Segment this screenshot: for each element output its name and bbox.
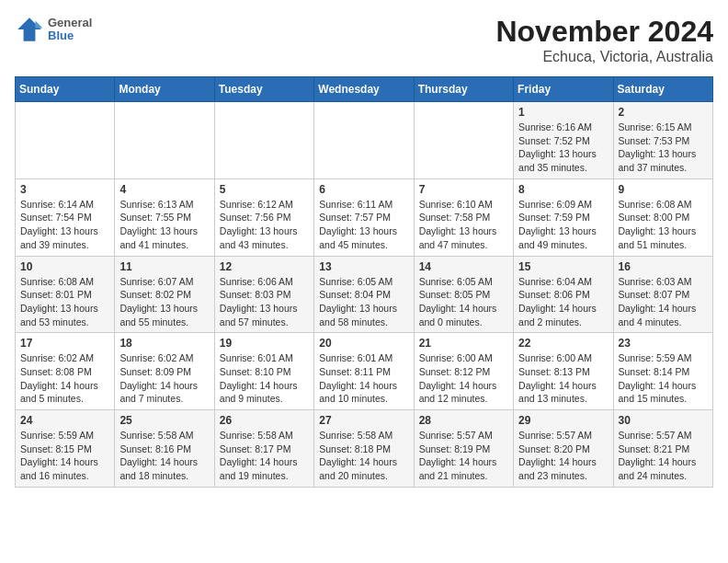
day-info: Sunrise: 6:11 AM Sunset: 7:57 PM Dayligh…	[319, 198, 408, 252]
calendar-cell	[16, 102, 115, 179]
day-number: 23	[619, 337, 708, 350]
calendar-cell: 15Sunrise: 6:04 AM Sunset: 8:06 PM Dayli…	[514, 256, 613, 333]
day-number: 10	[20, 260, 109, 273]
day-info: Sunrise: 6:08 AM Sunset: 8:00 PM Dayligh…	[619, 198, 708, 252]
calendar-cell: 27Sunrise: 5:58 AM Sunset: 8:18 PM Dayli…	[314, 410, 414, 488]
weekday-header: Wednesday	[314, 77, 414, 102]
calendar-cell: 8Sunrise: 6:09 AM Sunset: 7:59 PM Daylig…	[514, 178, 613, 256]
calendar-cell: 13Sunrise: 6:05 AM Sunset: 8:04 PM Dayli…	[314, 256, 414, 333]
calendar-cell: 4Sunrise: 6:13 AM Sunset: 7:55 PM Daylig…	[115, 178, 214, 256]
day-number: 19	[220, 337, 309, 350]
calendar-cell: 25Sunrise: 5:58 AM Sunset: 8:16 PM Dayli…	[115, 410, 214, 488]
day-number: 4	[119, 183, 209, 196]
weekday-header: Sunday	[16, 77, 115, 102]
day-number: 27	[319, 414, 408, 427]
day-info: Sunrise: 6:04 AM Sunset: 8:06 PM Dayligh…	[518, 275, 608, 329]
weekday-header: Thursday	[414, 77, 513, 102]
day-info: Sunrise: 5:58 AM Sunset: 8:16 PM Dayligh…	[119, 429, 209, 483]
logo-blue: Blue	[48, 29, 92, 42]
day-number: 21	[419, 337, 508, 350]
calendar-header-row: SundayMondayTuesdayWednesdayThursdayFrid…	[16, 77, 713, 102]
calendar-cell: 12Sunrise: 6:06 AM Sunset: 8:03 PM Dayli…	[214, 256, 313, 333]
calendar-cell: 24Sunrise: 5:59 AM Sunset: 8:15 PM Dayli…	[16, 410, 115, 488]
calendar-cell: 20Sunrise: 6:01 AM Sunset: 8:11 PM Dayli…	[314, 333, 414, 410]
calendar-cell: 30Sunrise: 5:57 AM Sunset: 8:21 PM Dayli…	[613, 410, 712, 488]
weekday-header: Monday	[115, 77, 214, 102]
day-info: Sunrise: 6:03 AM Sunset: 8:07 PM Dayligh…	[619, 275, 708, 329]
day-info: Sunrise: 6:12 AM Sunset: 7:56 PM Dayligh…	[220, 198, 309, 252]
calendar-cell	[314, 102, 414, 179]
calendar-week-row: 3Sunrise: 6:14 AM Sunset: 7:54 PM Daylig…	[16, 178, 713, 256]
calendar-cell: 17Sunrise: 6:02 AM Sunset: 8:08 PM Dayli…	[16, 333, 115, 410]
day-number: 18	[119, 337, 209, 350]
title-block: November 2024 Echuca, Victoria, Australi…	[495, 15, 713, 65]
day-info: Sunrise: 6:05 AM Sunset: 8:05 PM Dayligh…	[419, 275, 508, 329]
calendar-cell: 9Sunrise: 6:08 AM Sunset: 8:00 PM Daylig…	[613, 178, 712, 256]
day-number: 22	[518, 337, 608, 350]
day-number: 17	[20, 337, 109, 350]
page-header: General Blue November 2024 Echuca, Victo…	[15, 15, 713, 65]
day-number: 11	[119, 260, 209, 273]
day-info: Sunrise: 6:00 AM Sunset: 8:12 PM Dayligh…	[419, 351, 508, 406]
day-info: Sunrise: 6:05 AM Sunset: 8:04 PM Dayligh…	[319, 275, 408, 329]
day-number: 13	[319, 260, 408, 273]
day-info: Sunrise: 5:59 AM Sunset: 8:15 PM Dayligh…	[20, 429, 109, 483]
calendar-cell: 19Sunrise: 6:01 AM Sunset: 8:10 PM Dayli…	[214, 333, 313, 410]
day-number: 29	[518, 414, 608, 427]
day-number: 9	[619, 183, 708, 196]
day-number: 15	[518, 260, 608, 273]
calendar-cell: 5Sunrise: 6:12 AM Sunset: 7:56 PM Daylig…	[214, 178, 313, 256]
day-info: Sunrise: 6:06 AM Sunset: 8:03 PM Dayligh…	[220, 275, 309, 329]
calendar-week-row: 17Sunrise: 6:02 AM Sunset: 8:08 PM Dayli…	[16, 333, 713, 410]
calendar-cell: 6Sunrise: 6:11 AM Sunset: 7:57 PM Daylig…	[314, 178, 414, 256]
day-info: Sunrise: 6:08 AM Sunset: 8:01 PM Dayligh…	[20, 275, 109, 329]
day-number: 24	[20, 414, 109, 427]
day-number: 25	[119, 414, 209, 427]
day-info: Sunrise: 6:01 AM Sunset: 8:11 PM Dayligh…	[319, 351, 408, 406]
svg-marker-1	[35, 20, 42, 28]
day-info: Sunrise: 6:16 AM Sunset: 7:52 PM Dayligh…	[518, 121, 608, 175]
day-info: Sunrise: 6:02 AM Sunset: 8:08 PM Dayligh…	[20, 351, 109, 406]
day-info: Sunrise: 5:59 AM Sunset: 8:14 PM Dayligh…	[619, 351, 708, 406]
day-number: 20	[319, 337, 408, 350]
day-info: Sunrise: 6:15 AM Sunset: 7:53 PM Dayligh…	[619, 121, 708, 175]
calendar-cell: 23Sunrise: 5:59 AM Sunset: 8:14 PM Dayli…	[613, 333, 712, 410]
calendar-cell: 28Sunrise: 5:57 AM Sunset: 8:19 PM Dayli…	[414, 410, 513, 488]
calendar-cell: 18Sunrise: 6:02 AM Sunset: 8:09 PM Dayli…	[115, 333, 214, 410]
calendar-week-row: 24Sunrise: 5:59 AM Sunset: 8:15 PM Dayli…	[16, 410, 713, 488]
calendar-cell: 10Sunrise: 6:08 AM Sunset: 8:01 PM Dayli…	[16, 256, 115, 333]
day-number: 5	[220, 183, 309, 196]
day-number: 3	[20, 183, 109, 196]
day-number: 6	[319, 183, 408, 196]
day-number: 14	[419, 260, 508, 273]
page-title: November 2024	[495, 15, 713, 49]
day-number: 2	[619, 106, 708, 119]
weekday-header: Tuesday	[214, 77, 313, 102]
calendar-week-row: 1Sunrise: 6:16 AM Sunset: 7:52 PM Daylig…	[16, 102, 713, 179]
logo-general: General	[48, 17, 92, 29]
day-info: Sunrise: 6:14 AM Sunset: 7:54 PM Dayligh…	[20, 198, 109, 252]
calendar-cell: 11Sunrise: 6:07 AM Sunset: 8:02 PM Dayli…	[115, 256, 214, 333]
day-number: 26	[220, 414, 309, 427]
day-info: Sunrise: 5:57 AM Sunset: 8:21 PM Dayligh…	[619, 429, 708, 483]
day-info: Sunrise: 6:07 AM Sunset: 8:02 PM Dayligh…	[119, 275, 209, 329]
calendar-cell: 14Sunrise: 6:05 AM Sunset: 8:05 PM Dayli…	[414, 256, 513, 333]
calendar-cell: 1Sunrise: 6:16 AM Sunset: 7:52 PM Daylig…	[514, 102, 613, 179]
weekday-header: Friday	[514, 77, 613, 102]
calendar-cell: 3Sunrise: 6:14 AM Sunset: 7:54 PM Daylig…	[16, 178, 115, 256]
svg-marker-0	[17, 17, 41, 41]
day-number: 8	[518, 183, 608, 196]
calendar-cell: 16Sunrise: 6:03 AM Sunset: 8:07 PM Dayli…	[613, 256, 712, 333]
day-number: 16	[619, 260, 708, 273]
day-number: 1	[518, 106, 608, 119]
day-info: Sunrise: 5:58 AM Sunset: 8:18 PM Dayligh…	[319, 429, 408, 483]
day-info: Sunrise: 5:57 AM Sunset: 8:19 PM Dayligh…	[419, 429, 508, 483]
calendar-week-row: 10Sunrise: 6:08 AM Sunset: 8:01 PM Dayli…	[16, 256, 713, 333]
day-number: 7	[419, 183, 508, 196]
logo: General Blue	[15, 15, 92, 44]
day-info: Sunrise: 6:13 AM Sunset: 7:55 PM Dayligh…	[119, 198, 209, 252]
day-info: Sunrise: 6:09 AM Sunset: 7:59 PM Dayligh…	[518, 198, 608, 252]
calendar-cell: 29Sunrise: 5:57 AM Sunset: 8:20 PM Dayli…	[514, 410, 613, 488]
calendar-table: SundayMondayTuesdayWednesdayThursdayFrid…	[15, 76, 713, 488]
calendar-cell: 26Sunrise: 5:58 AM Sunset: 8:17 PM Dayli…	[214, 410, 313, 488]
